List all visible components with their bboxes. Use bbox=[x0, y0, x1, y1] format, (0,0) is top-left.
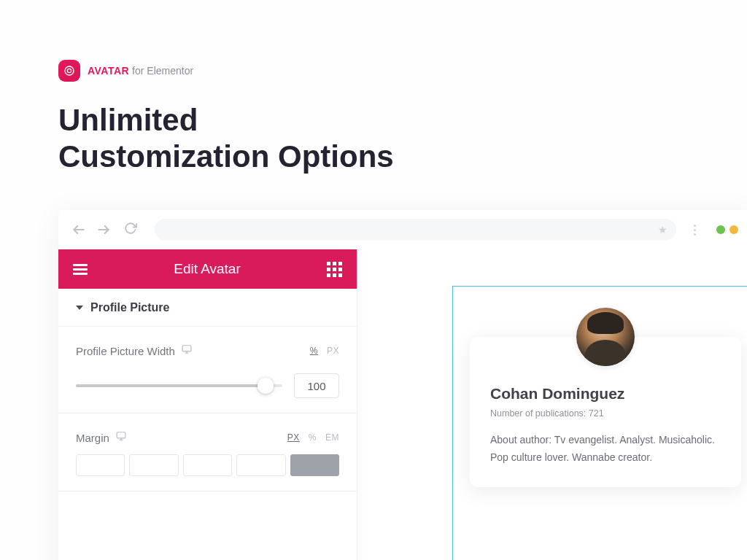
unit-px[interactable]: PX bbox=[287, 432, 300, 443]
traffic-dot-green[interactable] bbox=[716, 225, 725, 234]
unit-percent[interactable]: % bbox=[309, 432, 317, 443]
browser-window: ★ Edit Avatar Profile Picture Profile Pi… bbox=[58, 210, 747, 560]
margin-left-input[interactable] bbox=[236, 454, 285, 476]
unit-em[interactable]: EM bbox=[325, 432, 339, 443]
unit-percent[interactable]: % bbox=[310, 346, 318, 356]
margin-top-input[interactable] bbox=[76, 454, 125, 476]
section-toggle-profile-picture[interactable]: Profile Picture bbox=[58, 289, 357, 327]
unit-selector[interactable]: PX % EM bbox=[287, 432, 339, 443]
svg-rect-4 bbox=[182, 346, 191, 351]
margin-right-input[interactable] bbox=[129, 454, 178, 476]
reload-button[interactable] bbox=[124, 222, 137, 238]
page-title: Unlimited Customization Options bbox=[58, 102, 689, 176]
device-desktop-icon[interactable] bbox=[181, 344, 193, 357]
panel-header: Edit Avatar bbox=[58, 249, 357, 289]
brand-icon bbox=[58, 60, 80, 82]
control-profile-picture-width: Profile Picture Width % PX bbox=[58, 327, 357, 413]
svg-point-1 bbox=[65, 66, 74, 75]
back-button[interactable] bbox=[71, 222, 86, 237]
menu-hamburger-icon[interactable] bbox=[73, 264, 88, 275]
brand-row: AVATAR for Elementor bbox=[58, 60, 689, 82]
bookmark-star-icon[interactable]: ★ bbox=[658, 224, 667, 236]
control-margin: Margin PX % EM bbox=[58, 413, 357, 491]
control-label: Margin bbox=[76, 432, 109, 444]
url-bar[interactable]: ★ bbox=[155, 219, 676, 241]
window-traffic-lights bbox=[716, 225, 738, 234]
width-value-input[interactable]: 100 bbox=[294, 373, 339, 398]
brand-text: AVATAR for Elementor bbox=[88, 65, 193, 77]
slider-thumb[interactable] bbox=[258, 378, 274, 394]
brand-strong: AVATAR bbox=[88, 65, 129, 77]
apps-grid-icon[interactable] bbox=[327, 262, 342, 277]
browser-toolbar: ★ bbox=[58, 210, 747, 249]
margin-bottom-input[interactable] bbox=[183, 454, 232, 476]
svg-point-0 bbox=[67, 69, 71, 72]
title-line-2: Customization Options bbox=[58, 139, 394, 174]
unit-selector[interactable]: % PX bbox=[310, 346, 339, 356]
width-slider[interactable] bbox=[76, 384, 282, 387]
panel-title: Edit Avatar bbox=[174, 261, 241, 277]
svg-rect-7 bbox=[117, 432, 125, 438]
device-desktop-icon[interactable] bbox=[115, 431, 127, 444]
chevron-down-icon bbox=[76, 306, 83, 310]
author-bio: About author: Tv evangelist. Analyst. Mu… bbox=[490, 432, 721, 467]
section-label: Profile Picture bbox=[90, 301, 169, 314]
editor-sidebar: Edit Avatar Profile Picture Profile Pict… bbox=[58, 249, 357, 560]
control-label: Profile Picture Width bbox=[76, 345, 175, 357]
title-line-1: Unlimited bbox=[58, 103, 198, 137]
author-meta: Number of publications: 721 bbox=[490, 408, 721, 419]
brand-sub: for Elementor bbox=[129, 65, 193, 77]
margin-link-toggle[interactable] bbox=[290, 454, 339, 476]
forward-button[interactable] bbox=[96, 222, 111, 237]
author-card: Cohan Dominguez Number of publications: … bbox=[470, 337, 741, 487]
browser-menu-button[interactable] bbox=[694, 225, 696, 236]
author-name: Cohan Dominguez bbox=[490, 385, 721, 402]
avatar bbox=[576, 308, 635, 366]
unit-px[interactable]: PX bbox=[327, 346, 339, 356]
margin-inputs bbox=[76, 454, 339, 476]
traffic-dot-yellow[interactable] bbox=[729, 225, 738, 234]
